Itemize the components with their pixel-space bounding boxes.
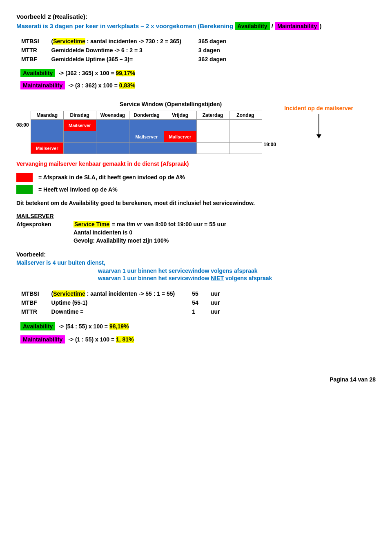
- metric-row-mtbsi: MTBSI (Servicetime : aantal incidenten -…: [21, 37, 234, 45]
- cell-r3-maandag: Mailserver: [31, 143, 63, 154]
- title-subtitle: Maserati is 3 dagen per keer in werkplaa…: [16, 22, 321, 29]
- legend-item-red: = Afspraak in de SLA, dit heeft geen inv…: [16, 173, 376, 182]
- title-bold: Voorbeeld 2 (Realisatie):: [16, 13, 87, 20]
- cell-r3-donderdag: [129, 143, 164, 154]
- label2-mtbf: MTBF: [21, 299, 42, 307]
- cell-r1-donderdag: [129, 120, 164, 131]
- vervanging-text: Vervanging mailserver kenbaar gemaakt in…: [16, 161, 376, 167]
- value2-mttr-2: uur: [207, 308, 223, 316]
- service-window-section: Service Window (Openstellingstijden) 08:…: [16, 101, 376, 154]
- cell-r3-vrijdag: [164, 143, 196, 154]
- metric2-row-mttr: MTTR Downtime = 1 uur: [21, 308, 223, 316]
- voorbeeld-title: Voorbeeld:: [16, 251, 376, 258]
- page-title: Voorbeeld 2 (Realisatie): Maserati is 3 …: [16, 12, 376, 31]
- service-time-desc: = ma t/m vr van 8:00 tot 19:00 uur = 55 …: [110, 221, 226, 228]
- waarvan1: waarvan 1 uur binnen het servicewindow v…: [98, 268, 376, 274]
- mailserver-value: Service Time = ma t/m vr van 8:00 tot 19…: [74, 221, 226, 244]
- cell-r2-dinsdag: [63, 131, 96, 143]
- desc-mttr: Gemiddelde Downtime -> 6 : 2 = 3: [43, 46, 189, 54]
- maintainability-word: Maintainability: [275, 22, 319, 30]
- sw-row-1: Mailserver: [31, 120, 262, 131]
- sw-table-container: 08:00 Maandag Dinsdag Woensdag Donderdag…: [16, 111, 276, 154]
- maintainability-result-1: 0,83%: [119, 82, 136, 89]
- cell-r2-vrijdag: Mailserver: [164, 131, 196, 143]
- service-window-title: Service Window (Openstellingstijden): [120, 101, 222, 107]
- value2-mtbsi-2: uur: [207, 290, 223, 298]
- label-mtbsi: MTBSI: [21, 37, 42, 45]
- legend-item-green: = Heeft wel invloed op de A%: [16, 185, 376, 194]
- label2-mttr: MTTR: [21, 308, 42, 316]
- th-woensdag: Woensdag: [96, 111, 129, 120]
- time-end-label: 19:00: [264, 142, 276, 147]
- cell-r3-woensdag: [96, 143, 129, 154]
- availability-formula-text-2: -> (54 : 55) x 100 = 98,19%: [58, 323, 129, 330]
- mailserver-section: MAILSERVER Afgesproken Service Time = ma…: [16, 213, 376, 244]
- availability-label-1: Availability: [20, 69, 55, 77]
- maintainability-result-2: 1, 81%: [116, 336, 134, 343]
- servicetime-highlight-2: Servicetime: [53, 290, 85, 297]
- arrow-head: [316, 134, 321, 138]
- cell-r3-dinsdag: [63, 143, 96, 154]
- metric2-row-mtbsi: MTBSI (Servicetime : aantal incidenten -…: [21, 290, 223, 298]
- cell-r1-zaterdag: [196, 120, 229, 131]
- cell-r1-woensdag: [96, 120, 129, 131]
- incident-section: Incident op de mailserver: [284, 101, 353, 138]
- metric-row-mtbf: MTBF Gemiddelde Uptime (365 – 3)= 362 da…: [21, 55, 234, 63]
- aantal-incidenten: Aantal incidenten is 0: [74, 229, 226, 236]
- maintainability-formula: Maintainability -> (3 : 362) x 100 = 0,8…: [20, 81, 376, 89]
- desc-mtbsi: (Servicetime : aantal incidenten -> 730 …: [43, 37, 189, 45]
- label-mtbf: MTBF: [21, 55, 42, 63]
- mailserver-row: Afgesproken Service Time = ma t/m vr van…: [16, 221, 376, 244]
- mailserver-buiten: Mailserver is 4 uur buiten dienst,: [16, 259, 376, 266]
- maintainability-formula-text-2: -> (1 : 55) x 100 = 1, 81%: [68, 336, 134, 343]
- value-mtbf: 362 dagen: [190, 55, 234, 63]
- maintainability-formula-text: -> (3 : 362) x 100 = 0,83%: [68, 82, 135, 89]
- label-mttr: MTTR: [21, 46, 42, 54]
- availability-result-2: 98,19%: [109, 323, 129, 330]
- cell-r1-dinsdag: Mailserver: [63, 120, 96, 131]
- maintainability-formula-2: Maintainability -> (1 : 55) x 100 = 1, 8…: [20, 335, 376, 344]
- legend-box-red: [16, 173, 33, 182]
- arrow-shaft: [318, 114, 319, 134]
- th-dinsdag: Dinsdag: [63, 111, 96, 120]
- cell-r1-zondag: [229, 120, 262, 131]
- value2-mtbf-1: 54: [184, 299, 207, 307]
- niet-underline: NIET: [211, 275, 224, 281]
- metric-row-mttr: MTTR Gemiddelde Downtime -> 6 : 2 = 3 3 …: [21, 46, 234, 54]
- gevolg: Gevolg: Availability moet zijn 100%: [74, 237, 226, 244]
- cell-r2-zondag: [229, 131, 262, 143]
- cell-r2-woensdag: [96, 131, 129, 143]
- legend-text-green: = Heeft wel invloed op de A%: [38, 186, 118, 193]
- th-zondag: Zondag: [229, 111, 262, 120]
- time-right: 19:00: [264, 111, 276, 147]
- voorbeeld-section: Voorbeeld: Mailserver is 4 uur buiten di…: [16, 251, 376, 281]
- cell-r3-zondag: [229, 143, 262, 154]
- availability-formula-text: -> (362 : 365) x 100 = 99,17%: [58, 70, 135, 76]
- dit-betekent-text: Dit betekent om de Availability goed te …: [16, 200, 376, 206]
- cell-r2-zaterdag: [196, 131, 229, 143]
- desc2-mttr: Downtime =: [43, 308, 183, 316]
- desc-mtbf: Gemiddelde Uptime (365 – 3)=: [43, 55, 189, 63]
- cell-r1-vrijdag: [164, 120, 196, 131]
- availability-formula-2: Availability -> (54 : 55) x 100 = 98,19%: [20, 322, 376, 330]
- legend-box-green: [16, 185, 33, 194]
- sw-row-3: Mailserver: [31, 143, 262, 154]
- label2-mtbsi: MTBSI: [21, 290, 42, 298]
- desc2-mtbsi: (Servicetime : aantal incidenten -> 55 :…: [43, 290, 183, 298]
- th-vrijdag: Vrijdag: [164, 111, 196, 120]
- legend-section: = Afspraak in de SLA, dit heeft geen inv…: [16, 173, 376, 194]
- slash: /: [270, 22, 275, 29]
- availability-label-2: Availability: [20, 322, 55, 330]
- availability-formula: Availability -> (362 : 365) x 100 = 99,1…: [20, 69, 376, 77]
- mailserver-buiten-text: Mailserver is 4 uur buiten dienst,: [16, 259, 105, 266]
- service-time-line: Service Time = ma t/m vr van 8:00 tot 19…: [74, 221, 226, 228]
- availability-result-1: 99,17%: [116, 70, 135, 76]
- cell-r1-maandag: [31, 120, 63, 131]
- waarvan2: waarvan 1 uur binnen het servicewindow N…: [98, 275, 376, 281]
- vervanging-text-content: Vervanging mailserver kenbaar gemaakt in…: [16, 161, 189, 167]
- cell-r2-donderdag: Mailserver: [129, 131, 164, 143]
- title-cyan-text: Maserati is 3 dagen per keer in werkplaa…: [16, 22, 235, 29]
- metrics-table-1: MTBSI (Servicetime : aantal incidenten -…: [20, 36, 235, 64]
- maintainability-label-2: Maintainability: [20, 335, 65, 344]
- title-end: ): [319, 22, 321, 29]
